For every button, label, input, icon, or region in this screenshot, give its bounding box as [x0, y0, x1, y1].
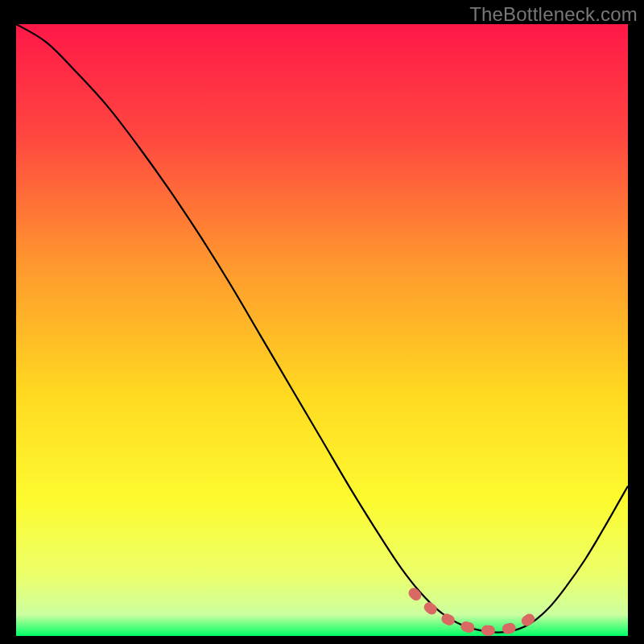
gradient-background: [16, 24, 628, 636]
chart-frame: TheBottleneck.com: [0, 0, 644, 644]
watermark-text: TheBottleneck.com: [469, 3, 638, 26]
plot-area: [16, 24, 628, 636]
chart-svg: [16, 24, 628, 636]
